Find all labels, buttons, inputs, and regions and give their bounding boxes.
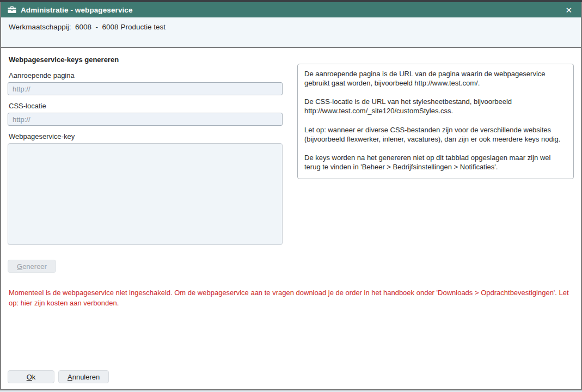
warning-message: Momenteel is de webpageservice niet inge… bbox=[8, 288, 572, 309]
close-icon[interactable]: ✕ bbox=[563, 5, 574, 15]
webpageservice-key-label: Webpageservice-key bbox=[9, 132, 283, 140]
dialog-title: Administratie - webpageservice bbox=[21, 6, 133, 14]
info-paragraph: Let op: wanneer er diverse CSS-bestanden… bbox=[304, 125, 567, 144]
generate-row: Genereer bbox=[8, 260, 283, 273]
css-location-label: CSS-locatie bbox=[9, 102, 283, 110]
ok-button[interactable]: Ok bbox=[8, 370, 54, 383]
generate-button-label: Genereer bbox=[17, 262, 47, 271]
calling-page-label: Aanroepende pagina bbox=[9, 71, 283, 79]
company-label: Werkmaatschappij: bbox=[9, 23, 71, 31]
info-paragraph: De keys worden na het genereren niet op … bbox=[304, 153, 567, 171]
footer-button-row: Ok Annuleren bbox=[8, 370, 109, 383]
company-bar: Werkmaatschappij: 6008 - 6008 Productie … bbox=[1, 17, 581, 48]
briefcase-icon bbox=[8, 6, 16, 14]
info-paragraph: De CSS-locatie is de URL van het stylesh… bbox=[304, 97, 567, 115]
cancel-button[interactable]: Annuleren bbox=[58, 370, 109, 383]
info-box: De aanroepende pagina is de URL van de p… bbox=[297, 64, 574, 179]
screen-top-edge bbox=[0, 0, 582, 2]
administratie-webpageservice-dialog: Administratie - webpageservice ✕ Werkmaa… bbox=[0, 2, 582, 390]
css-location-input[interactable] bbox=[8, 113, 283, 126]
webpageservice-key-textarea[interactable] bbox=[8, 143, 283, 245]
form-column: Webpageservice-keys genereren Aanroepend… bbox=[8, 56, 283, 309]
generate-button[interactable]: Genereer bbox=[8, 260, 56, 273]
company-value: 6008 - 6008 Productie test bbox=[75, 23, 166, 31]
section-title: Webpageservice-keys genereren bbox=[9, 56, 283, 64]
dialog-content: Webpageservice-keys genereren Aanroepend… bbox=[1, 48, 581, 389]
cancel-button-label: Annuleren bbox=[68, 373, 100, 381]
info-paragraph: De aanroepende pagina is de URL van de p… bbox=[304, 69, 567, 88]
calling-page-input[interactable] bbox=[8, 82, 283, 95]
company-spacer bbox=[71, 23, 76, 31]
dialog-titlebar: Administratie - webpageservice ✕ bbox=[1, 2, 581, 17]
ok-button-label: Ok bbox=[27, 373, 36, 381]
